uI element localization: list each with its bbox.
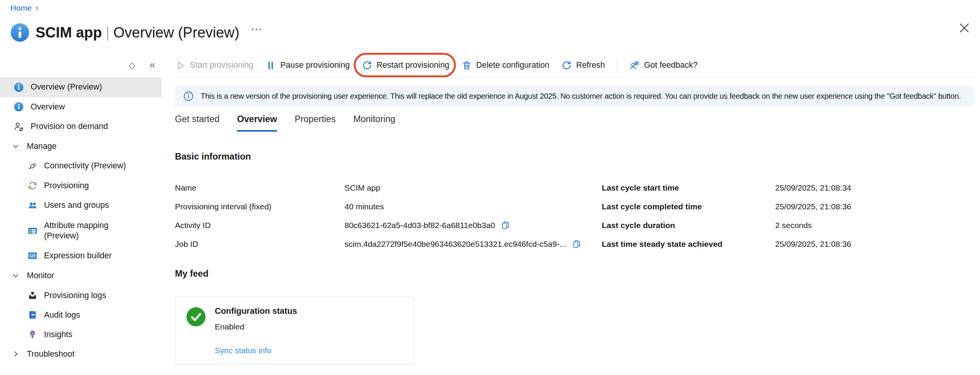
button-label: Start provisioning xyxy=(190,60,253,70)
sidebar-group-monitor[interactable]: Monitor xyxy=(0,266,167,286)
card-title: Configuration status xyxy=(215,306,297,316)
sidebar-item-attribute-mapping[interactable]: Attribute mapping (Preview) xyxy=(0,215,167,246)
info-value: SCIM app xyxy=(345,183,380,192)
sidebar-item-label: Connectivity (Preview) xyxy=(44,161,126,171)
page-header: SCIM app|Overview (Preview) xyxy=(10,23,239,42)
breadcrumb-home-link[interactable]: Home xyxy=(10,3,32,13)
sidebar-item-label: Provision on demand xyxy=(31,122,108,131)
play-icon xyxy=(175,60,186,71)
start-provisioning-button[interactable]: Start provisioning xyxy=(175,60,253,71)
sidebar-group-manage[interactable]: Manage xyxy=(0,137,167,157)
page-title: SCIM app|Overview (Preview) xyxy=(36,23,239,42)
button-label: Pause provisioning xyxy=(280,60,350,70)
info-value: 25/09/2025, 21:08:36 xyxy=(775,240,851,249)
insights-icon xyxy=(28,329,38,339)
info-banner: This is a new version of the provisionin… xyxy=(175,86,974,106)
info-label: Last cycle completed time xyxy=(602,202,775,211)
sidebar-item-provisioning[interactable]: Provisioning xyxy=(0,176,167,196)
success-check-icon xyxy=(186,307,206,327)
basic-info-right-column: Last cycle start time 25/09/2025, 21:08:… xyxy=(602,178,931,253)
trash-icon xyxy=(461,60,472,71)
audit-logs-icon xyxy=(28,310,38,320)
sidebar-item-expression-builder[interactable]: Expression builder xyxy=(0,246,167,266)
chevron-right-icon xyxy=(11,349,21,359)
sidebar-item-overview[interactable]: Overview xyxy=(0,97,167,117)
sidebar-item-insights[interactable]: Insights xyxy=(0,325,167,344)
sidebar-item-label: Users and groups xyxy=(44,201,109,210)
chevron-down-icon xyxy=(11,141,21,151)
sidebar-group-label: Monitor xyxy=(27,271,54,280)
provision-on-demand-icon xyxy=(14,122,24,132)
restart-provisioning-button[interactable]: Restart provisioning xyxy=(362,60,449,71)
sidebar-item-connectivity[interactable]: Connectivity (Preview) xyxy=(0,156,167,176)
info-value: 40 minutes xyxy=(345,202,384,211)
button-label: Delete configuration xyxy=(476,60,549,70)
basic-info-left-column: Name SCIM app Provisioning interval (fix… xyxy=(175,178,600,253)
refresh-icon xyxy=(561,60,572,71)
close-icon[interactable] xyxy=(956,20,972,36)
tab-monitoring[interactable]: Monitoring xyxy=(353,114,395,132)
sidebar: ◇ « Overview (Preview) Overview xyxy=(0,54,167,375)
app-info-icon xyxy=(10,23,29,42)
info-row-last-cycle-start: Last cycle start time 25/09/2025, 21:08:… xyxy=(602,178,931,197)
my-feed-heading: My feed xyxy=(175,269,209,279)
collapse-sidebar-icon[interactable]: « xyxy=(150,59,155,71)
breadcrumb: Home › xyxy=(10,3,38,13)
button-label: Restart provisioning xyxy=(377,60,449,70)
basic-information-heading: Basic information xyxy=(175,152,251,162)
refresh-button[interactable]: Refresh xyxy=(561,60,605,71)
delete-configuration-button[interactable]: Delete configuration xyxy=(461,60,549,71)
tab-get-started[interactable]: Get started xyxy=(175,114,219,132)
banner-message: This is a new version of the provisionin… xyxy=(201,92,961,101)
button-label: Got feedback? xyxy=(644,60,697,70)
copy-icon[interactable] xyxy=(572,239,582,249)
chevron-down-icon xyxy=(11,271,21,280)
info-label: Last cycle duration xyxy=(602,221,775,230)
info-value: 80c63621-62a5-4d03-bf82-6a6811e0b3a0 xyxy=(345,221,495,230)
attribute-mapping-icon xyxy=(28,226,38,236)
command-bar: Start provisioning Pause provisioning Re… xyxy=(175,54,977,77)
copy-icon[interactable] xyxy=(501,220,511,230)
info-value: 25/09/2025, 21:08:34 xyxy=(775,183,851,192)
sidebar-item-label: Overview xyxy=(31,102,65,112)
info-row-last-cycle-duration: Last cycle duration 2 seconds xyxy=(602,216,931,235)
restart-icon xyxy=(362,60,372,71)
sync-status-info-link[interactable]: Sync status info xyxy=(215,346,271,355)
breadcrumb-chevron-icon: › xyxy=(36,3,38,13)
info-row-job-id: Job ID scim.4da2272f9f5e40be963463620e51… xyxy=(175,235,600,253)
sidebar-nav: Overview (Preview) Overview Provision on… xyxy=(0,77,167,364)
info-row-last-steady-state: Last time steady state achieved 25/09/20… xyxy=(602,235,931,253)
sidebar-item-overview-preview[interactable]: Overview (Preview) xyxy=(0,77,162,97)
sidebar-item-label: Audit logs xyxy=(44,310,80,320)
dock-icon[interactable]: ◇ xyxy=(129,60,135,70)
sidebar-item-label: Provisioning xyxy=(44,181,89,191)
pause-provisioning-button[interactable]: Pause provisioning xyxy=(265,60,350,71)
sidebar-item-audit-logs[interactable]: Audit logs xyxy=(0,305,167,325)
sidebar-item-label: Insights xyxy=(44,330,72,339)
tab-overview[interactable]: Overview xyxy=(237,114,277,132)
sidebar-item-users-and-groups[interactable]: Users and groups xyxy=(0,196,167,215)
expression-builder-icon xyxy=(28,251,38,261)
info-icon xyxy=(14,102,24,112)
info-label: Name xyxy=(175,183,345,192)
users-groups-icon xyxy=(28,201,38,210)
info-row-name: Name SCIM app xyxy=(175,178,600,197)
page-title-text: Overview (Preview) xyxy=(113,24,239,41)
provisioning-logs-icon xyxy=(28,290,38,300)
more-options-icon[interactable]: ⋯ xyxy=(251,22,263,36)
app-name: SCIM app xyxy=(36,24,102,41)
info-label: Last cycle start time xyxy=(602,183,775,192)
configuration-status-card: Configuration status Enabled Sync status… xyxy=(175,297,414,364)
tab-properties[interactable]: Properties xyxy=(295,114,336,132)
sidebar-item-label: Provisioning logs xyxy=(44,291,106,300)
sidebar-group-troubleshoot[interactable]: Troubleshoot xyxy=(0,344,167,364)
info-label: Last time steady state achieved xyxy=(602,240,775,249)
pivot-tabs: Get started Overview Properties Monitori… xyxy=(175,114,395,132)
sidebar-item-label: Expression builder xyxy=(44,251,112,261)
sidebar-item-provisioning-logs[interactable]: Provisioning logs xyxy=(0,286,167,305)
got-feedback-button[interactable]: Got feedback? xyxy=(629,60,697,71)
sidebar-item-label: Overview (Preview) xyxy=(31,82,102,92)
button-label: Refresh xyxy=(576,60,605,70)
sidebar-item-provision-on-demand[interactable]: Provision on demand xyxy=(0,117,167,137)
info-label: Activity ID xyxy=(175,221,345,230)
